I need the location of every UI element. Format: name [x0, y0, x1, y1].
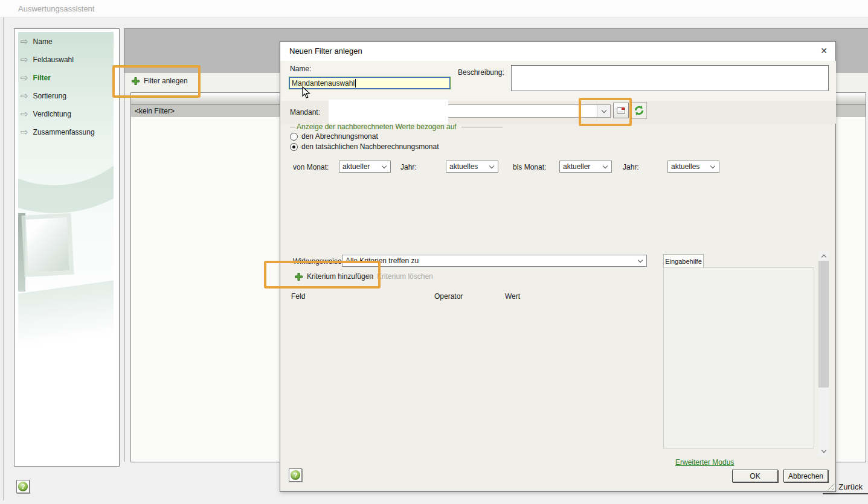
filter-name-input[interactable]: Mandantenauswahl: [289, 77, 451, 89]
effect-select[interactable]: Alle Kriterien treffen zu: [342, 255, 647, 267]
to-year-label: Jahr:: [623, 163, 639, 171]
arrow-right-icon: ⇨: [21, 56, 28, 65]
sidebar-item-sortierung[interactable]: ⇨ Sortierung: [21, 89, 66, 103]
chevron-down-icon: [382, 164, 387, 168]
from-year-label: Jahr:: [400, 163, 417, 171]
watermark-desk: [18, 276, 114, 349]
from-month-label: von Monat:: [293, 163, 329, 171]
delete-icon: ✖: [367, 272, 373, 281]
scrollbar-thumb[interactable]: [818, 261, 829, 388]
to-month-select[interactable]: aktueller: [559, 161, 612, 173]
description-label: Beschreibung:: [458, 68, 504, 77]
window-frame-line: [3, 18, 4, 500]
column-feld: Feld: [291, 292, 305, 301]
radio-abrechnungsmonat[interactable]: den Abrechnungsmonat: [290, 132, 378, 141]
back-button[interactable]: < Zurück: [832, 482, 863, 491]
add-icon: [295, 273, 303, 281]
refresh-icon: [634, 105, 645, 116]
app-titlebar: Auswertungsassistent: [0, 0, 868, 18]
mandant-label: Mandant:: [290, 108, 320, 116]
chevron-down-icon: [710, 164, 715, 168]
app-title: Auswertungsassistent: [18, 4, 94, 13]
sidebar-item-filter[interactable]: ⇨ Filter: [21, 71, 51, 85]
mandant-selection-list-button[interactable]: [613, 103, 629, 118]
close-icon[interactable]: ✕: [820, 46, 828, 56]
scroll-down-icon[interactable]: [818, 446, 829, 456]
add-criterion-button[interactable]: Kriterium hinzufügen: [295, 272, 373, 281]
radio-selected-icon: [290, 143, 298, 151]
question-icon: ?: [18, 482, 28, 491]
add-icon: [132, 77, 140, 85]
sidebar-item-verdichtung[interactable]: ⇨ Verdichtung: [21, 107, 71, 121]
mandant-dropdown-button[interactable]: [597, 105, 610, 117]
to-month-label: bis Monat:: [513, 163, 546, 171]
display-group-header: Anzeige der nachberechneten Werte bezoge…: [290, 123, 503, 131]
help-button-dialog[interactable]: ?: [289, 468, 302, 482]
from-year-select[interactable]: aktuelles: [446, 161, 498, 173]
back-button-underline: [823, 493, 868, 494]
redacted-area: [329, 100, 448, 124]
chevron-down-icon: [638, 258, 643, 263]
add-filter-button[interactable]: Filter anlegen: [132, 77, 188, 85]
display-group-title: Anzeige der nachberechneten Werte bezoge…: [297, 123, 457, 131]
sidebar-item-feldauswahl[interactable]: ⇨ Feldauswahl: [21, 53, 74, 66]
selection-list-icon: [617, 107, 625, 114]
filter-name-value: Mandantenauswahl: [292, 79, 355, 88]
radio-nachberechnungsmonat[interactable]: den tatsächlichen Nachberechnungsmonat: [290, 142, 439, 151]
arrow-right-icon: ⇨: [21, 128, 28, 137]
from-month-select[interactable]: aktueller: [339, 161, 391, 173]
new-filter-dialog: Neuen Filter anlegen ✕ Name: Mandantenau…: [280, 41, 836, 492]
delete-criterion-button: ✖ Kriterium löschen: [367, 272, 433, 281]
cancel-button[interactable]: Abbrechen: [783, 470, 828, 482]
chevron-down-icon: [602, 108, 606, 113]
radio-icon: [290, 133, 298, 141]
ok-button[interactable]: OK: [732, 470, 778, 482]
app-window: Auswertungsassistent ⇨ Name ⇨ Feldauswah…: [0, 0, 868, 504]
help-button-main[interactable]: ?: [16, 480, 30, 493]
watermark-monitor: [21, 213, 74, 277]
effect-label: Wirkungsweise:: [293, 257, 344, 266]
eingabehilfe-panel: [663, 267, 814, 448]
sidebar-item-zusammenfassung[interactable]: ⇨ Zusammenfassung: [21, 126, 95, 139]
scroll-up-icon[interactable]: [818, 250, 829, 261]
chevron-down-icon: [603, 164, 608, 168]
chevron-down-icon: [489, 164, 494, 168]
resize-grip[interactable]: [825, 482, 834, 490]
wizard-sidebar: ⇨ Name ⇨ Feldauswahl ⇨ Filter ⇨ Sortieru…: [14, 28, 120, 467]
description-input[interactable]: [511, 65, 829, 91]
name-label: Name:: [290, 65, 311, 73]
arrow-right-icon: ⇨: [21, 92, 28, 101]
column-operator: Operator: [434, 292, 463, 301]
arrow-right-icon: ⇨: [21, 74, 28, 83]
text-caret: [355, 79, 356, 88]
to-year-select[interactable]: aktuelles: [667, 161, 719, 173]
tab-eingabehilfe[interactable]: Eingabehilfe: [663, 254, 704, 268]
vertical-scrollbar[interactable]: [818, 250, 829, 456]
add-filter-label: Filter anlegen: [144, 77, 188, 85]
arrow-right-icon: ⇨: [21, 110, 28, 119]
advanced-mode-link[interactable]: Erweiterter Modus: [675, 458, 734, 467]
dialog-titlebar: Neuen Filter anlegen ✕: [280, 42, 835, 61]
dialog-title: Neuen Filter anlegen: [289, 46, 362, 56]
sidebar-item-name[interactable]: ⇨ Name: [21, 35, 53, 48]
empty-filter-text: <kein Filter>: [135, 107, 175, 115]
column-wert: Wert: [505, 292, 520, 301]
mandant-refresh-button[interactable]: [631, 102, 647, 119]
question-icon: ?: [291, 470, 300, 480]
arrow-right-icon: ⇨: [21, 37, 28, 46]
